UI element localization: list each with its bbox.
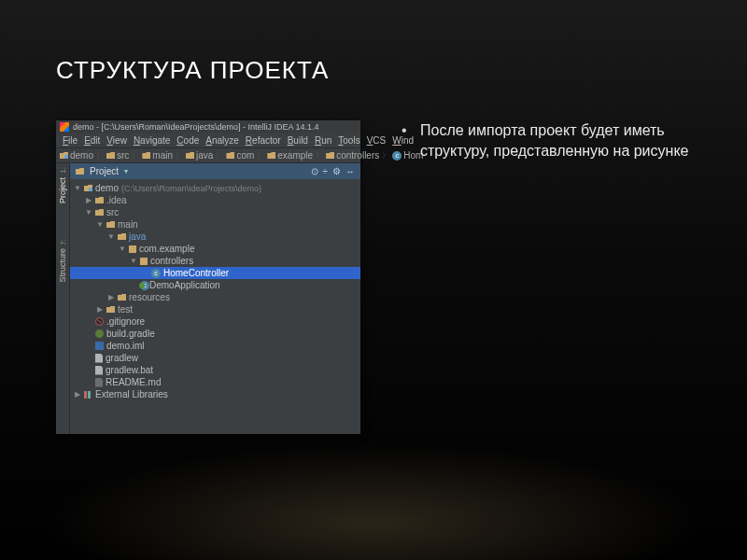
crumb-controllers[interactable]: controllers xyxy=(326,150,379,161)
expand-icon[interactable] xyxy=(130,257,137,265)
slide-title: СТРУКТУРА ПРОЕКТА xyxy=(56,56,691,85)
tree-label: main xyxy=(118,219,138,230)
tree-node-readme-md[interactable]: README.md xyxy=(70,376,360,388)
chevron-icon: 〉 xyxy=(176,150,183,161)
tree-node-demoapplication[interactable]: c DemoApplication xyxy=(70,279,360,291)
tree-label: gradlew.bat xyxy=(106,365,153,375)
chevron-icon: 〉 xyxy=(382,150,389,161)
tab-structure[interactable]: Structure xyxy=(58,248,67,283)
expand-icon[interactable] xyxy=(85,208,92,217)
folder-icon xyxy=(106,306,115,313)
folder-icon xyxy=(95,209,104,216)
expand-icon[interactable] xyxy=(119,245,126,253)
collapse-icon[interactable] xyxy=(96,305,104,314)
tree-node-test[interactable]: test xyxy=(70,303,360,315)
tree-node-demo[interactable]: demo (C:\Users\Roman\IdeaProjects\demo) xyxy=(70,182,360,194)
panel-tools[interactable]: ⊙÷⚙↔ xyxy=(311,166,356,176)
menu-navigate[interactable]: Navigate xyxy=(131,134,173,147)
slide-content: demo - [C:\Users\Roman\IdeaProjects\demo… xyxy=(56,120,691,434)
tab-num-project: 1: xyxy=(59,167,67,174)
tree-node-controllers[interactable]: controllers xyxy=(70,255,360,267)
panel-tool-3[interactable]: ↔ xyxy=(345,166,355,176)
intellij-icon xyxy=(60,122,69,132)
crumb-java[interactable]: java xyxy=(186,150,213,161)
tree-suffix: (C:\Users\Roman\IdeaProjects\demo) xyxy=(121,184,261,193)
tree-node-build-gradle[interactable]: build.gradle xyxy=(70,328,360,340)
tree-node-com-example[interactable]: com.example xyxy=(70,243,360,255)
crumb-example[interactable]: example xyxy=(267,150,313,161)
project-tool-window: Project ▾ ⊙÷⚙↔ demo (C:\Users\Roman\Idea… xyxy=(70,163,360,434)
gitignore-icon xyxy=(95,317,104,326)
pkg-icon xyxy=(129,245,136,253)
folder-icon xyxy=(95,197,104,203)
md-icon xyxy=(95,378,103,387)
lib-icon xyxy=(84,391,92,399)
menu-run[interactable]: Run xyxy=(312,134,334,147)
run-marker-icon xyxy=(139,283,145,288)
collapse-icon[interactable] xyxy=(107,293,115,301)
panel-tool-2[interactable]: ⚙ xyxy=(332,166,341,176)
tree-node-resources[interactable]: resources xyxy=(70,291,360,303)
menu-code[interactable]: Code xyxy=(174,134,202,147)
left-tool-tabs[interactable]: 1: Project 7: Structure xyxy=(56,163,70,434)
menu-edit[interactable]: Edit xyxy=(81,134,103,147)
tree-node-homecontroller[interactable]: c HomeController xyxy=(70,267,360,279)
menu-tools[interactable]: Tools xyxy=(335,134,362,147)
tree-node--idea[interactable]: .idea xyxy=(70,194,360,206)
tree-node-gradlew-bat[interactable]: gradlew.bat xyxy=(70,364,360,376)
collapse-icon[interactable] xyxy=(74,390,81,399)
chevron-icon: 〉 xyxy=(132,150,139,161)
menu-vcs[interactable]: VCS xyxy=(364,134,389,147)
tree-node-gradlew[interactable]: gradlew xyxy=(70,352,360,364)
tree-node-external-libraries[interactable]: External Libraries xyxy=(70,388,360,400)
tree-label: .idea xyxy=(106,195,127,205)
tree-label: build.gradle xyxy=(106,329,155,339)
panel-tool-1[interactable]: ÷ xyxy=(323,166,329,176)
expand-icon[interactable] xyxy=(107,232,115,241)
dropdown-icon[interactable]: ▾ xyxy=(124,167,128,175)
folder-icon xyxy=(267,152,275,159)
crumb-demo[interactable]: demo xyxy=(60,150,93,161)
chevron-icon: 〉 xyxy=(216,150,223,161)
folder-icon xyxy=(106,152,115,159)
menu-file[interactable]: File xyxy=(60,134,80,147)
crumb-main[interactable]: main xyxy=(142,150,173,161)
chevron-icon: 〉 xyxy=(257,150,264,161)
tree-label: demo xyxy=(95,183,119,193)
slide: СТРУКТУРА ПРОЕКТА demo - [C:\Users\Roman… xyxy=(0,0,747,560)
tree-label: com.example xyxy=(139,244,194,254)
breadcrumb[interactable]: demo〉src〉main〉java〉com〉example〉controlle… xyxy=(56,147,360,163)
project-panel-header[interactable]: Project ▾ ⊙÷⚙↔ xyxy=(70,163,360,179)
panel-tool-0[interactable]: ⊙ xyxy=(311,166,318,176)
window-title: demo - [C:\Users\Roman\IdeaProjects\demo… xyxy=(73,122,319,132)
tab-project[interactable]: Project xyxy=(58,177,67,203)
expand-icon[interactable] xyxy=(96,220,104,229)
folder-icon xyxy=(186,152,194,159)
tree-label: resources xyxy=(129,292,170,302)
expand-icon[interactable] xyxy=(74,184,81,192)
menu-refactor[interactable]: Refactor xyxy=(243,134,284,147)
collapse-icon[interactable] xyxy=(85,196,92,204)
menu-view[interactable]: View xyxy=(104,134,130,147)
crumb-com[interactable]: com xyxy=(226,150,254,161)
tree-label: gradlew xyxy=(106,353,138,363)
tree-node-main[interactable]: main xyxy=(70,218,360,231)
slide-text: После импорта проект будет иметь структу… xyxy=(402,120,691,434)
tree-label: controllers xyxy=(150,256,193,266)
tree-node--gitignore[interactable]: .gitignore xyxy=(70,315,360,328)
ide-menubar[interactable]: FileEditViewNavigateCodeAnalyzeRefactorB… xyxy=(56,133,360,147)
menu-build[interactable]: Build xyxy=(285,134,311,147)
tree-node-src[interactable]: src xyxy=(70,206,360,218)
crumb-src[interactable]: src xyxy=(106,150,129,161)
tree-node-java[interactable]: java xyxy=(70,231,360,243)
tree-label: demo.iml xyxy=(106,341,145,351)
pkg-icon xyxy=(140,258,148,265)
folder-icon xyxy=(142,152,150,159)
file-icon xyxy=(95,354,103,363)
menu-analyze[interactable]: Analyze xyxy=(203,134,242,147)
folder-icon xyxy=(226,152,234,159)
project-tree[interactable]: demo (C:\Users\Roman\IdeaProjects\demo) … xyxy=(70,179,360,434)
tab-num-structure: 7: xyxy=(59,239,67,245)
tree-node-demo-iml[interactable]: demo.iml xyxy=(70,340,360,352)
tree-label: HomeController xyxy=(163,268,229,278)
